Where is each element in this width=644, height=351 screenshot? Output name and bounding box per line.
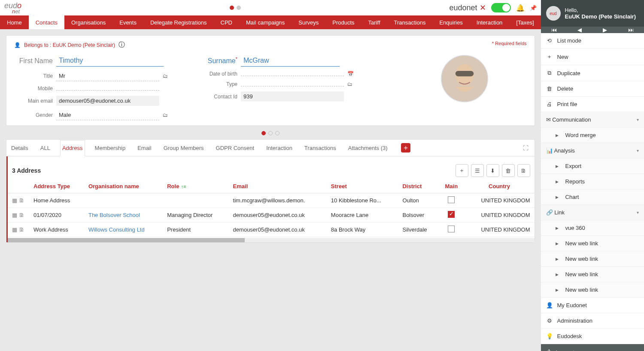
tab-home[interactable]: Home [0, 15, 29, 29]
side-sub-reports[interactable]: ▶Reports [541, 174, 644, 189]
nav-next-icon[interactable]: ▶ [603, 27, 607, 33]
contactid-input[interactable]: 939 [241, 92, 344, 101]
side-sub-chart[interactable]: ▶Chart [541, 189, 644, 205]
side-sub-export[interactable]: ▶Export [541, 159, 644, 174]
tab-tariff[interactable]: Tariff [361, 15, 387, 29]
side-group-analysis[interactable]: 📊 Analysis▾ [541, 143, 644, 159]
triangle-icon: ▶ [556, 257, 559, 261]
col-district[interactable]: District [398, 180, 438, 193]
tab-mail-campaigns[interactable]: Mail campaigns [239, 15, 292, 29]
calendar-icon[interactable]: 📅 [347, 71, 354, 77]
folder-icon[interactable]: 🗂 [163, 73, 168, 79]
side-my-eudonet[interactable]: 👤My Eudonet [541, 298, 644, 313]
side-duplicate[interactable]: ⧉Duplicate [541, 65, 644, 81]
row-file-icon[interactable]: 🗎 [19, 197, 24, 204]
tab-interaction[interactable]: Interaction [470, 15, 510, 29]
subtab-address[interactable]: Address [60, 140, 85, 156]
nav-first-icon[interactable]: ⏮ [551, 27, 557, 33]
contact-avatar[interactable] [441, 55, 488, 102]
subtab-gdpr-consent[interactable]: GDPR Consent [214, 140, 257, 156]
horizontal-scrollbar[interactable] [8, 238, 535, 242]
logout-button[interactable]: ⏻ Log out [541, 344, 644, 351]
subtab-group-members[interactable]: Group Members [161, 140, 206, 156]
first-name-label: First Name [14, 57, 53, 65]
row-menu-icon[interactable]: ▦ [12, 226, 17, 233]
side-sub-new-web-link[interactable]: ▶New web link [541, 236, 644, 251]
tab-cpd[interactable]: CPD [214, 15, 239, 29]
gender-input[interactable]: Male [56, 110, 159, 120]
tool-delete[interactable]: 🗑 [502, 164, 515, 177]
nav-prev-icon[interactable]: ◀ [577, 27, 582, 33]
dob-input[interactable] [241, 72, 344, 76]
tab--taxes-[interactable]: [Taxes] [509, 15, 541, 29]
mobile-input[interactable] [56, 87, 159, 91]
side-print-file[interactable]: 🖨Print file [541, 97, 644, 112]
type-input[interactable] [241, 82, 344, 86]
card-pager-dots[interactable] [6, 130, 535, 137]
add-button[interactable]: ＋ [401, 143, 410, 153]
expand-icon[interactable]: ⛶ [523, 145, 532, 151]
side-sub-vue-360[interactable]: ▶vue 360 [541, 220, 644, 236]
tab-products[interactable]: Products [325, 15, 361, 29]
nav-last-icon[interactable]: ⏭ [628, 27, 634, 33]
subtab-all[interactable]: ALL [38, 140, 52, 156]
row-menu-icon[interactable]: ▦ [12, 197, 17, 204]
info-icon[interactable]: ⓘ [118, 41, 125, 49]
subtab-attachments-3-[interactable]: Attachments (3) [346, 140, 390, 156]
tab-enquiries[interactable]: Enquiries [432, 15, 469, 29]
side-sub-new-web-link[interactable]: ▶New web link [541, 267, 644, 282]
side-eudodesk[interactable]: 💡Eudodesk [541, 329, 644, 344]
bell-icon[interactable]: 🔔 [516, 4, 525, 12]
subtab-membership[interactable]: Membership [93, 140, 128, 156]
folder-icon[interactable]: 🗂 [163, 112, 168, 118]
tab-contacts[interactable]: Contacts [29, 15, 64, 29]
table-row[interactable]: ▦ 🗎Home Addresstim.mcgraw@willows.demon.… [8, 193, 535, 208]
side-list-mode[interactable]: ⟲List mode [541, 33, 644, 49]
tool-download[interactable]: ⬇ [486, 164, 499, 177]
pin-icon[interactable]: 📌 [530, 5, 537, 11]
tab-transactions[interactable]: Transactions [387, 15, 433, 29]
title-input[interactable]: Mr [56, 71, 159, 81]
side-administration[interactable]: ⚙Administration [541, 313, 644, 329]
tab-organisations[interactable]: Organisations [64, 15, 112, 29]
tool-columns[interactable]: ☰ [471, 164, 484, 177]
tool-file[interactable]: 🗎 [517, 164, 530, 177]
main-checkbox[interactable] [448, 196, 455, 203]
subtab-interaction[interactable]: Interaction [264, 140, 295, 156]
col-email[interactable]: Email [229, 180, 327, 193]
subtab-transactions[interactable]: Transactions [302, 140, 338, 156]
toggle-switch[interactable] [491, 3, 511, 12]
tab-events[interactable]: Events [112, 15, 143, 29]
org-link[interactable]: Willows Consulting Ltd [88, 226, 145, 233]
side-group-communication[interactable]: ✉ Communication▾ [541, 112, 644, 128]
col-main[interactable]: Main [438, 180, 464, 193]
email-input[interactable]: demouser05@eudonet.co.uk [56, 96, 159, 106]
col-street[interactable]: Street [327, 180, 398, 193]
side-group-link[interactable]: 🔗 Link▾ [541, 205, 644, 220]
col-organisation-name[interactable]: Organisation name [84, 180, 163, 193]
main-checkbox[interactable] [448, 226, 455, 232]
side-sub-word-merge[interactable]: ▶Word merge [541, 128, 644, 143]
add-row-button[interactable]: ＋ [456, 164, 468, 177]
col-country[interactable]: Country [464, 180, 534, 193]
folder-icon[interactable]: 🗂 [347, 81, 352, 87]
side-sub-new-web-link[interactable]: ▶New web link [541, 282, 644, 298]
main-checkbox[interactable] [448, 211, 455, 218]
org-link[interactable]: The Bolsover School [88, 212, 140, 218]
subtab-details[interactable]: Details [9, 140, 30, 156]
first-name-input[interactable]: Timothy [56, 55, 164, 67]
row-file-icon[interactable]: 🗎 [19, 212, 24, 218]
table-row[interactable]: ▦ 🗎Work AddressWillows Consulting LtdPre… [8, 223, 535, 237]
tab-delegate-registrations[interactable]: Delegate Registrations [143, 15, 214, 29]
side-new[interactable]: ＋New [541, 49, 644, 65]
col-address-type[interactable]: Address Type [29, 180, 84, 193]
side-delete[interactable]: 🗑Delete [541, 81, 644, 97]
row-menu-icon[interactable]: ▦ [12, 212, 17, 218]
table-row[interactable]: ▦ 🗎01/07/2020The Bolsover SchoolManaging… [8, 208, 535, 223]
col-role[interactable]: Role↑≡ [163, 180, 228, 193]
surname-input[interactable]: McGraw [241, 55, 340, 67]
row-file-icon[interactable]: 🗎 [19, 226, 24, 233]
side-sub-new-web-link[interactable]: ▶New web link [541, 251, 644, 267]
subtab-email[interactable]: Email [135, 140, 154, 156]
tab-surveys[interactable]: Surveys [292, 15, 325, 29]
